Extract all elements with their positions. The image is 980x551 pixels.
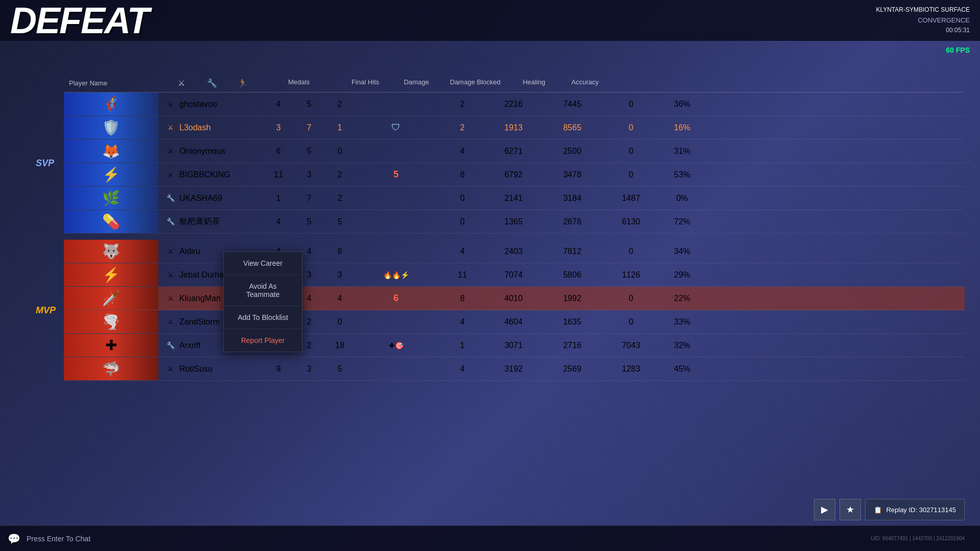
- chat-icon: 💬: [8, 533, 20, 545]
- table-row[interactable]: ⚡ ⚔ BIGBBCKING 11 3 2 5 8 6792 3478 0 53…: [64, 163, 965, 187]
- avatar: 🌪️: [64, 310, 158, 333]
- role-icon: ⚔: [165, 269, 176, 281]
- table-row[interactable]: 🦸 ⚔ ghostavoo 4 5 2 2 2216 7445 0 36%: [64, 93, 965, 116]
- accuracy-stat: 45%: [657, 364, 708, 374]
- avatar: 🦸: [64, 93, 158, 116]
- deaths-stat: 5: [294, 100, 324, 109]
- healing-stat: 0: [605, 100, 657, 109]
- role-icon: ⚔: [165, 122, 176, 133]
- healing-stat: 1283: [605, 364, 657, 374]
- accuracy-stat: 72%: [657, 217, 708, 226]
- agent-icon: 💊: [102, 213, 120, 230]
- accuracy-stat: 36%: [657, 100, 708, 109]
- header-damage: Damage: [391, 78, 442, 88]
- player-name: RotiSusu: [179, 364, 213, 374]
- avoid-teammate-button[interactable]: Avoid As Teammate: [224, 275, 302, 306]
- view-career-button[interactable]: View Career: [224, 252, 302, 275]
- agent-icon: 🦈: [102, 360, 120, 377]
- avatar: 🌿: [64, 187, 158, 210]
- header-assists-icon: 🏃: [227, 78, 258, 88]
- damage-stat: 1365: [488, 217, 539, 226]
- medals-cell: 🛡: [355, 122, 437, 133]
- assists-stat: 0: [324, 317, 355, 327]
- table-row[interactable]: 🐺 ⚔ Aidiru 4 4 8 4 2403 7812 0 34%: [64, 240, 965, 263]
- assists-stat: 2: [324, 170, 355, 179]
- table-row[interactable]: 🗡️ ⚔ KluangMan 8 4 4 6 8 4010 1992 0 22%: [64, 287, 965, 310]
- accuracy-stat: 16%: [657, 123, 708, 132]
- role-icon: 🔧: [165, 340, 176, 351]
- table-row[interactable]: 🌪️ ⚔ ZandStorm 11 2 0 4 4604 1635 0 33%: [64, 310, 965, 334]
- role-icon: 🔧: [165, 216, 176, 227]
- blue-team-section: SVP 🦸 ⚔ ghostavoo 4 5 2 2 2216 7445 0 36…: [64, 93, 965, 234]
- player-name: UKASHA69: [179, 194, 222, 203]
- header-medals: Medals: [258, 78, 340, 88]
- mvp-badge: MVP: [36, 305, 56, 316]
- healing-stat: 0: [605, 147, 657, 156]
- svp-badge: SVP: [36, 158, 54, 169]
- avatar: 🛡️: [64, 116, 158, 139]
- play-button[interactable]: ▶: [814, 499, 835, 520]
- header-kills-icon: ⚔: [166, 78, 197, 88]
- damage-blocked-stat: 2569: [539, 364, 605, 374]
- table-row[interactable]: 💊 🔧 枇杷膏奶茶 4 5 5 0 1365 2678 6130 72%: [64, 210, 965, 234]
- assists-stat: 5: [324, 217, 355, 226]
- kills-stat: 6: [263, 147, 294, 156]
- player-name-cell: ⚔ Onionymous: [161, 146, 263, 157]
- copy-replay-button[interactable]: 📋 Replay ID: 3027113145: [865, 499, 965, 520]
- game-mode: CONVERGENCE: [876, 15, 970, 26]
- player-name-cell: ⚔ RotiSusu: [161, 363, 263, 375]
- avatar: 🐺: [64, 240, 158, 263]
- kills-stat: 1: [263, 194, 294, 203]
- table-row[interactable]: 🛡️ ⚔ L3odash 3 7 1 🛡 2 1913 8565 0 16%: [64, 116, 965, 140]
- agent-icon: 🦸: [102, 96, 120, 112]
- row-data: 🔧 UKASHA69 1 7 2 0 2141 3184 1487 0%: [158, 187, 965, 210]
- final-hits-stat: 8: [437, 170, 488, 179]
- assists-stat: 0: [324, 147, 355, 156]
- assists-stat: 5: [324, 364, 355, 374]
- header-deaths-icon: 🔧: [197, 78, 227, 88]
- deaths-stat: 5: [294, 147, 324, 156]
- damage-blocked-stat: 2678: [539, 217, 605, 226]
- damage-blocked-stat: 3478: [539, 170, 605, 179]
- uid-label: UID: 664077491 | 1442700 | 2412201904: [863, 535, 972, 542]
- accuracy-stat: 53%: [657, 170, 708, 179]
- table-row[interactable]: ⚡ ⚔ Jebat Durhaka 11 3 3 🔥🔥⚡ 11 7074 580…: [64, 263, 965, 287]
- report-player-button[interactable]: Report Player: [224, 329, 302, 352]
- accuracy-stat: 32%: [657, 341, 708, 350]
- agent-icon: 🗡️: [102, 290, 120, 307]
- avatar: 💊: [64, 210, 158, 233]
- favorite-button[interactable]: ★: [839, 499, 861, 520]
- agent-icon: ✚: [105, 337, 117, 354]
- table-row[interactable]: 🌿 🔧 UKASHA69 1 7 2 0 2141 3184 1487 0%: [64, 187, 965, 210]
- role-icon: ⚔: [165, 316, 176, 328]
- header-accuracy: Accuracy: [559, 78, 611, 88]
- damage-blocked-stat: 1635: [539, 317, 605, 327]
- player-name-cell: 🔧 UKASHA69: [161, 193, 263, 204]
- chat-prompt[interactable]: Press Enter To Chat: [27, 535, 90, 543]
- assists-stat: 3: [324, 270, 355, 280]
- kills-stat: 9: [263, 364, 294, 374]
- table-row[interactable]: ✚ 🔧 Arxrift 6 2 18 ✚🎯 1 3071 2716 7043 3…: [64, 334, 965, 357]
- agent-icon: ⚡: [102, 266, 120, 283]
- damage-stat: 2403: [488, 247, 539, 256]
- add-blocklist-button[interactable]: Add To Blocklist: [224, 306, 302, 329]
- role-icon: ⚔: [165, 246, 176, 257]
- table-row[interactable]: 🦈 ⚔ RotiSusu 9 3 5 4 3192 2569 1283 45%: [64, 357, 965, 381]
- damage-blocked-stat: 1992: [539, 294, 605, 303]
- healing-stat: 7043: [605, 341, 657, 350]
- final-hits-stat: 11: [437, 270, 488, 280]
- damage-stat: 2141: [488, 194, 539, 203]
- agent-icon: ⚡: [102, 166, 120, 183]
- assists-stat: 2: [324, 194, 355, 203]
- avatar: ⚡: [64, 263, 158, 286]
- damage-blocked-stat: 5806: [539, 270, 605, 280]
- avatar: 🗡️: [64, 287, 158, 310]
- play-icon: ▶: [821, 504, 828, 515]
- player-name: Arxrift: [179, 341, 201, 350]
- replay-id-label: Replay ID: 3027113145: [886, 506, 956, 514]
- game-result: DEFEAT: [10, 2, 149, 39]
- table-row[interactable]: 🦊 ⚔ Onionymous 6 5 0 4 6271 2500 0 31%: [64, 140, 965, 163]
- final-hits-stat: 4: [437, 247, 488, 256]
- damage-stat: 1913: [488, 123, 539, 132]
- scoreboard-table: Player Name ⚔ 🔧 🏃 Medals Final Hits Dama…: [64, 74, 965, 383]
